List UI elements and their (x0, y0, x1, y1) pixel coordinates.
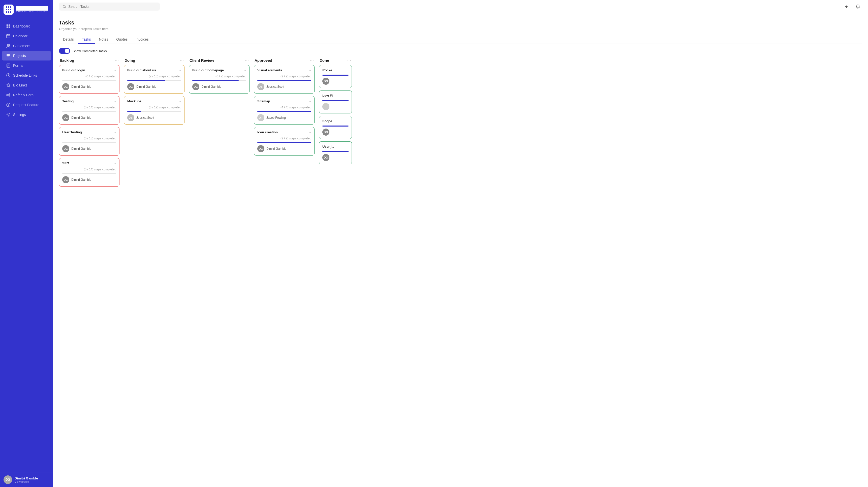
svg-line-27 (65, 7, 66, 8)
svg-point-18 (9, 93, 10, 94)
avatar: JS (127, 114, 134, 121)
card-menu[interactable]: ··· (178, 99, 181, 103)
column-menu-done[interactable]: ··· (347, 58, 351, 62)
task-card[interactable]: Icon creation ··· (2 / 2) steps complete… (254, 127, 314, 155)
user-profile[interactable]: DG Dimitri Gamble View profile (0, 472, 53, 487)
task-card[interactable]: User j... DG (319, 142, 352, 164)
card-menu[interactable]: ··· (113, 68, 116, 72)
sidebar-item-settings[interactable]: Settings (2, 110, 51, 120)
forms-icon (6, 63, 10, 68)
sidebar-item-request-feature[interactable]: Request Feature (2, 100, 51, 110)
avatar: DG (257, 145, 265, 152)
dashboard-icon (6, 24, 10, 29)
sidebar-item-calendar[interactable]: Calendar (2, 31, 51, 41)
column-title-done: Done (319, 58, 329, 62)
task-card[interactable]: SEO ··· (0 / 14) steps completed DG Dimi… (59, 158, 120, 186)
svg-point-9 (9, 44, 10, 45)
avatar: DG (322, 154, 330, 161)
sidebar-item-bio-links[interactable]: Bio Links (2, 81, 51, 90)
tab-details[interactable]: Details (59, 35, 78, 44)
svg-rect-0 (6, 25, 8, 26)
bell-icon (856, 4, 860, 9)
card-menu[interactable]: ··· (308, 130, 311, 134)
avatar: DG (62, 83, 69, 90)
avatar: DG (62, 176, 69, 183)
task-card[interactable]: User Testing ··· (0 / 18) steps complete… (59, 127, 120, 155)
card-menu[interactable]: ··· (113, 99, 116, 103)
page-content: Tasks Organize your projects Tasks here … (53, 13, 868, 487)
task-card[interactable]: Build out login ··· (0 / 7) steps comple… (59, 65, 120, 93)
task-card[interactable]: Testing ··· (0 / 14) steps completed DG … (59, 96, 120, 124)
svg-line-20 (8, 94, 9, 95)
column-title-backlog: Backlog (60, 58, 74, 62)
svg-point-26 (63, 5, 65, 7)
column-backlog: Backlog ··· Build out login ··· (0 / 7) … (59, 58, 120, 483)
column-menu-doing[interactable]: ··· (180, 58, 184, 62)
svg-line-21 (8, 95, 9, 96)
toolbar: Show Completed Tasks (59, 48, 862, 54)
card-menu[interactable]: ··· (308, 99, 311, 103)
svg-rect-3 (8, 27, 10, 28)
avatar (322, 103, 330, 110)
column-menu-client-review[interactable]: ··· (245, 58, 249, 62)
svg-rect-1 (8, 25, 10, 26)
search-input[interactable] (68, 4, 156, 8)
column-title-client-review: Client Review (189, 58, 214, 62)
sidebar: Projects Hub WORK BETTER TOGETHER Dashbo… (0, 0, 53, 487)
feature-icon (6, 102, 10, 107)
sidebar-item-dashboard[interactable]: Dashboard (2, 22, 51, 31)
header (53, 0, 868, 13)
task-card[interactable]: Build out about us ··· (7 / 10) steps co… (124, 65, 185, 93)
tab-invoices[interactable]: Invoices (131, 35, 153, 44)
show-completed-toggle[interactable] (59, 48, 70, 54)
task-card[interactable]: Rocke... DG (319, 65, 352, 88)
svg-rect-10 (7, 54, 9, 55)
customers-icon (6, 43, 10, 48)
tab-tasks[interactable]: Tasks (78, 35, 95, 44)
card-menu[interactable]: ··· (113, 161, 116, 165)
avatar: JF (257, 114, 265, 121)
sidebar-item-forms[interactable]: Forms (2, 61, 51, 70)
column-title-approved: Approved (254, 58, 272, 62)
column-menu-backlog[interactable]: ··· (115, 58, 119, 62)
task-card[interactable]: Visual elements ··· (2 / 2) steps comple… (254, 65, 314, 93)
lightning-icon (844, 4, 848, 9)
kanban-board: Backlog ··· Build out login ··· (0 / 7) … (59, 58, 862, 487)
task-card[interactable]: Low Fi (319, 91, 352, 114)
column-doing: Doing ··· Build out about us ··· (7 / 10… (124, 58, 185, 483)
lightning-button[interactable] (842, 2, 850, 10)
svg-point-8 (7, 44, 8, 45)
main-content: Tasks Organize your projects Tasks here … (53, 0, 868, 487)
avatar: DG (62, 114, 69, 121)
column-menu-approved[interactable]: ··· (310, 58, 314, 62)
task-card[interactable]: Mockups ··· (3 / 12) steps completed JS … (124, 96, 185, 124)
task-card[interactable]: Sitemap ··· (4 / 4) steps completed JF J… (254, 96, 314, 124)
card-menu[interactable]: ··· (178, 68, 181, 72)
bio-icon (6, 83, 10, 88)
sidebar-item-schedule-links[interactable]: Schedule Links (2, 70, 51, 80)
notifications-button[interactable] (854, 2, 862, 10)
avatar: DG (127, 83, 134, 90)
refer-icon (6, 93, 10, 97)
task-card[interactable]: Build out homepage ··· (6 / 7) steps com… (189, 65, 249, 93)
task-card[interactable]: Scope... DG (319, 116, 352, 139)
card-menu[interactable]: ··· (308, 68, 311, 72)
column-done: Done ··· Rocke... DG Low Fi (319, 58, 352, 483)
svg-point-17 (6, 94, 8, 95)
schedule-icon (6, 73, 10, 78)
sidebar-logo[interactable]: Projects Hub WORK BETTER TOGETHER (0, 0, 53, 19)
logo-icon (3, 4, 13, 14)
sidebar-item-projects[interactable]: Projects (2, 51, 51, 61)
page-title: Tasks (59, 20, 862, 26)
projects-icon (6, 54, 10, 58)
sidebar-item-refer-earn[interactable]: Refer & Earn (2, 90, 51, 100)
tab-notes[interactable]: Notes (95, 35, 113, 44)
card-menu[interactable]: ··· (243, 68, 246, 72)
search-bar[interactable] (59, 2, 160, 10)
sidebar-item-customers[interactable]: Customers (2, 41, 51, 51)
logo-text: Projects Hub WORK BETTER TOGETHER (16, 6, 48, 13)
svg-point-25 (7, 114, 9, 115)
tab-quotes[interactable]: Quotes (112, 35, 131, 44)
tabs: Details Tasks Notes Quotes Invoices (59, 35, 862, 44)
card-menu[interactable]: ··· (113, 130, 116, 134)
